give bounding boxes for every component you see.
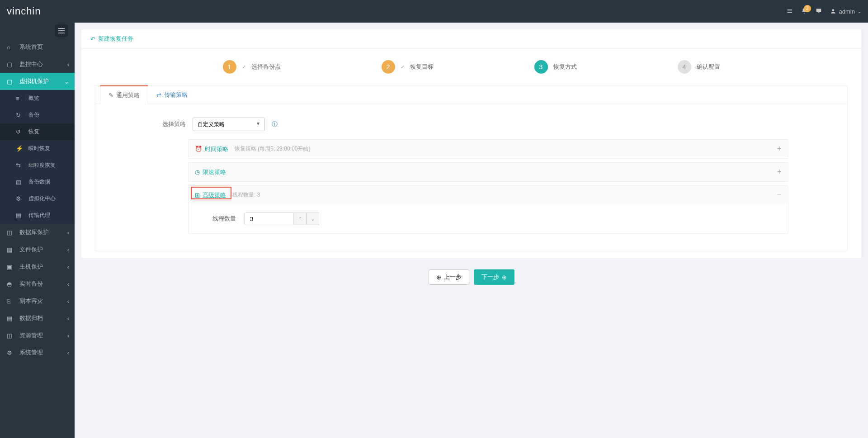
restore-icon: ↺ [16, 128, 24, 135]
spinner-up-button[interactable]: ⌃ [294, 212, 307, 225]
sidebar-sub-restore[interactable]: ↺恢复 [0, 123, 75, 140]
sidebar-item-resource[interactable]: ◫资源管理‹ [0, 327, 75, 344]
sidebar-sub-backup[interactable]: ↻备份 [0, 107, 75, 123]
flash-icon: ⚡ [16, 145, 24, 152]
home-icon: ⌂ [7, 44, 15, 51]
sidebar-item-monitor[interactable]: ▢ 监控中心 ‹ [0, 56, 75, 73]
resource-icon: ◫ [7, 332, 15, 339]
notification-icon[interactable]: 2 [801, 8, 807, 15]
sidebar-item-system[interactable]: ⚙系统管理‹ [0, 344, 75, 361]
gear-icon: ⚙ [16, 195, 24, 202]
panel-speed-header[interactable]: ◷限速策略 + [189, 163, 788, 181]
vm-icon: ▢ [7, 78, 15, 85]
sidebar-item-realtime[interactable]: ◓实时备份‹ [0, 275, 75, 292]
sidebar-item-archive[interactable]: ▤数据归档‹ [0, 310, 75, 327]
chevron-left-icon: ‹ [67, 61, 69, 68]
sidebar-sub-overview[interactable]: ≡概览 [0, 90, 75, 107]
step-1[interactable]: 1 ✓ 选择备份点 [223, 60, 281, 74]
wizard-steps: 1 ✓ 选择备份点 2 ✓ 恢复目标 3 恢复方式 4 [223, 56, 720, 85]
user-icon [830, 8, 836, 14]
tasks-icon[interactable] [787, 8, 793, 15]
sidebar-item-vm-protect[interactable]: ▢ 虚拟机保护 ⌄ [0, 73, 75, 90]
sidebar-sub-agent[interactable]: ▤传输代理 [0, 207, 75, 224]
username: admin [839, 8, 855, 15]
user-menu[interactable]: admin ⌄ [830, 8, 861, 15]
sidebar-item-db[interactable]: ◫数据库保护‹ [0, 224, 75, 241]
check-icon: ✓ [401, 64, 405, 70]
panel-speed: ◷限速策略 + [188, 162, 788, 182]
grid-icon: ⊞ [195, 192, 200, 198]
arrow-right-icon: ⊕ [502, 274, 507, 281]
info-icon[interactable]: ⓘ [272, 120, 278, 128]
file-icon: ▤ [7, 246, 15, 253]
shield-icon: ◓ [7, 281, 15, 287]
monitor-icon[interactable] [816, 8, 822, 15]
spinner-down-button[interactable]: ⌄ [307, 212, 319, 225]
plus-icon: + [777, 144, 782, 154]
pencil-icon: ✎ [108, 92, 113, 99]
db-icon: ◫ [7, 229, 15, 236]
logo: vinchin [7, 5, 41, 17]
sidebar-sub-instant[interactable]: ⚡瞬时恢复 [0, 140, 75, 157]
panel-time: ⏰时间策略 恢复策略 (每周5, 23:00:00开始) + [188, 139, 788, 159]
chevron-left-icon: ‹ [67, 264, 69, 270]
sidebar: ⌂ 系统首页 ▢ 监控中心 ‹ ▢ 虚拟机保护 ⌄ ≡概览 ↻备份 ↺恢复 ⚡瞬… [0, 23, 75, 438]
sidebar-sub-vcenter[interactable]: ⚙虚拟化中心 [0, 190, 75, 207]
granular-icon: ⇆ [16, 162, 24, 169]
transfer-icon: ⇄ [156, 92, 161, 99]
upload-icon: ↻ [16, 112, 24, 118]
step-3[interactable]: 3 恢复方式 [534, 60, 577, 74]
chevron-down-icon: ⌄ [858, 9, 861, 14]
arrow-left-icon: ⊕ [436, 274, 441, 281]
sidebar-sub-granular[interactable]: ⇆细粒度恢复 [0, 157, 75, 174]
monitor-icon: ▢ [7, 61, 15, 68]
gauge-icon: ◷ [195, 169, 200, 175]
plus-icon: + [777, 167, 782, 177]
chevron-left-icon: ‹ [67, 281, 69, 287]
step-2[interactable]: 2 ✓ 恢复目标 [382, 60, 434, 74]
chevron-left-icon: ‹ [67, 332, 69, 339]
chevron-left-icon: ‹ [67, 349, 69, 356]
panel-time-header[interactable]: ⏰时间策略 恢复策略 (每周5, 23:00:00开始) + [189, 140, 788, 158]
next-button[interactable]: 下一步 ⊕ [474, 269, 514, 285]
minus-icon: − [777, 190, 782, 200]
page-title: ↶ 新建恢复任务 [81, 29, 861, 49]
strategy-label: 选择策略 [154, 120, 186, 128]
archive-icon: ▤ [7, 315, 15, 322]
host-icon: ▣ [7, 264, 15, 270]
sidebar-item-file[interactable]: ▤文件保护‹ [0, 241, 75, 258]
settings-icon: ⚙ [7, 349, 15, 356]
sidebar-item-home[interactable]: ⌂ 系统首页 [0, 38, 75, 56]
tab-general[interactable]: ✎ 通用策略 [100, 85, 148, 104]
tab-transfer[interactable]: ⇄ 传输策略 [148, 85, 196, 104]
thread-input[interactable] [244, 212, 294, 225]
panel-advanced-header[interactable]: ⊞高级策略 线程数量: 3 − [189, 186, 788, 204]
data-icon: ▤ [16, 179, 24, 185]
chevron-left-icon: ‹ [67, 298, 69, 305]
prev-button[interactable]: ⊕ 上一步 [429, 269, 469, 285]
thread-label: 线程数量 [212, 215, 236, 223]
sidebar-item-host[interactable]: ▣主机保护‹ [0, 258, 75, 275]
back-arrow-icon: ↶ [90, 36, 95, 42]
sidebar-toggle-button[interactable] [55, 24, 68, 37]
panel-advanced: ⊞高级策略 线程数量: 3 − 线程数量 [188, 185, 788, 234]
chevron-down-icon: ⌄ [64, 78, 69, 85]
sidebar-sub-data[interactable]: ▤备份数据 [0, 174, 75, 190]
sidebar-item-replica[interactable]: ⎘副本容灾‹ [0, 292, 75, 310]
notification-badge: 2 [804, 5, 811, 12]
agent-icon: ▤ [16, 212, 24, 219]
app-header: vinchin 2 admin ⌄ [0, 0, 868, 23]
step-4: 4 确认配置 [678, 60, 720, 74]
chevron-left-icon: ‹ [67, 315, 69, 322]
chevron-left-icon: ‹ [67, 246, 69, 253]
check-icon: ✓ [242, 64, 246, 70]
strategy-select[interactable] [193, 118, 265, 131]
chevron-left-icon: ‹ [67, 229, 69, 236]
list-icon: ≡ [16, 95, 24, 102]
copy-icon: ⎘ [7, 298, 15, 305]
clock-icon: ⏰ [195, 146, 202, 152]
